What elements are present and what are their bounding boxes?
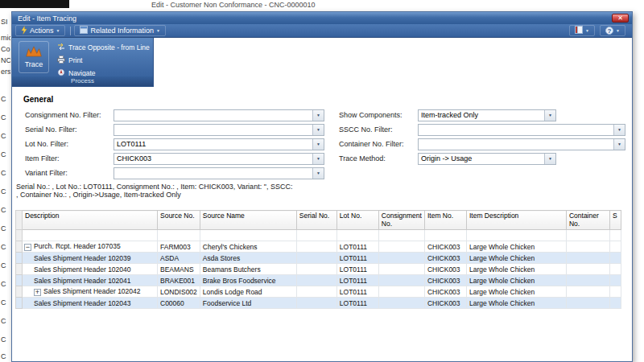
help-icon: ?: [605, 27, 613, 35]
cell-description: Sales Shipment Header 102043: [23, 298, 158, 309]
trace-method-combo[interactable]: Origin -> Usage▼: [418, 153, 556, 165]
window-title: Edit - Item Tracing: [15, 14, 612, 23]
chevron-down-icon[interactable]: ▼: [312, 110, 324, 121]
cell-lot-no: LOT0111: [336, 253, 378, 264]
cell-extra: [609, 264, 621, 275]
cell-extra: [609, 298, 621, 309]
chevron-down-icon[interactable]: ▼: [544, 154, 555, 164]
row-selector-gutter[interactable]: [16, 298, 23, 309]
view-options-menu[interactable]: ▼: [569, 25, 595, 36]
trace-opposite-button[interactable]: Trace Opposite - from Line: [57, 43, 150, 52]
menu-separator: [70, 27, 71, 35]
table-row[interactable]: Sales Shipment Header 102040BEAMANSBeama…: [16, 264, 621, 275]
cell-serial-no: [296, 264, 336, 275]
item-filter-label: Item Filter:: [25, 153, 112, 165]
column-header-source-name[interactable]: Source Name: [200, 211, 296, 230]
trace-opposite-label: Trace Opposite - from Line: [68, 43, 150, 51]
cell-source-name: Londis Lodge Road: [200, 286, 296, 298]
chevron-down-icon[interactable]: ▼: [312, 168, 324, 179]
row-selector-gutter[interactable]: [16, 230, 23, 241]
table-row[interactable]: Sales Shipment Header 102041BRAKE001Brak…: [16, 275, 621, 286]
show-components-label: Show Components:: [339, 109, 416, 121]
column-header-lot-no-[interactable]: Lot No.: [336, 211, 378, 230]
cell-description: Sales Shipment Header 102040: [23, 264, 158, 275]
table-row[interactable]: Sales Shipment Header 102043C00060Foodse…: [16, 298, 621, 309]
chevron-down-icon[interactable]: ▼: [613, 125, 625, 135]
row-selector-gutter[interactable]: [16, 241, 23, 253]
close-button[interactable]: ✕: [612, 14, 629, 23]
cell-source-name: Brake Bros Foodservice: [200, 275, 296, 286]
background-text-fragment: NCs: [1, 56, 10, 64]
cell-lot-no: LOT0111: [336, 286, 378, 298]
menubar-right-tools: ▼ ? ▼: [569, 25, 629, 36]
column-header-item-description[interactable]: Item Description: [466, 211, 566, 230]
variant-filter-label: Variant Filter:: [25, 167, 112, 179]
cell-serial-no: [296, 253, 336, 264]
table-header-row: DescriptionSource No.Source NameSerial N…: [16, 211, 621, 230]
sscc-no-filter-label: SSCC No. Filter:: [339, 124, 416, 136]
chevron-down-icon[interactable]: ▼: [613, 139, 625, 150]
lot-no-filter-label: Lot No. Filter:: [25, 138, 112, 150]
column-header-description[interactable]: Description: [23, 211, 158, 230]
row-selector-gutter[interactable]: [16, 286, 23, 298]
cell-serial-no: [296, 241, 336, 253]
actions-menu[interactable]: Actions ▼: [15, 25, 65, 36]
trace-button[interactable]: Trace: [19, 41, 49, 73]
cell-item-description: Large Whole Chicken: [466, 241, 566, 253]
background-text-fragment: C: [1, 150, 6, 158]
chevron-down-icon: ▼: [156, 28, 160, 33]
background-text-fragment: C: [1, 224, 6, 232]
chevron-down-icon[interactable]: ▼: [312, 139, 324, 150]
serial-no-filter-combo[interactable]: ▼: [114, 124, 324, 136]
cell-source-name: [200, 230, 296, 241]
container-no-filter-combo[interactable]: ▼: [418, 138, 625, 150]
background-text-fragment: C: [1, 187, 6, 195]
cell-item-no: CHICK003: [424, 253, 466, 264]
column-header-item-no-[interactable]: Item No.: [424, 211, 466, 230]
table-row[interactable]: +Sales Shipment Header 102042LONDIS002Lo…: [16, 286, 621, 298]
column-header-consignment-no-[interactable]: Consignment No.: [378, 211, 424, 230]
lot-no-filter-combo[interactable]: LOT0111▼: [114, 138, 324, 150]
row-selector-gutter[interactable]: [16, 253, 23, 264]
background-text-fragment: mics: [1, 34, 10, 42]
sscc-no-filter-combo[interactable]: ▼: [418, 124, 625, 136]
container-no-filter-label: Container No. Filter:: [339, 138, 416, 150]
cell-item-description: Large Whole Chicken: [466, 286, 566, 298]
close-icon: ✕: [617, 14, 623, 22]
related-information-menu[interactable]: Related Information ▼: [74, 25, 166, 36]
section-general[interactable]: General: [23, 95, 53, 104]
chevron-down-icon[interactable]: ▼: [544, 110, 555, 121]
table-row[interactable]: [16, 230, 621, 241]
container-no-filter-value: [419, 139, 613, 150]
chevron-down-icon[interactable]: ▼: [312, 125, 324, 135]
cell-consignment-no: [378, 253, 424, 264]
expand-toggle-icon[interactable]: +: [34, 289, 41, 296]
column-header-s[interactable]: S: [609, 211, 621, 230]
variant-filter-combo[interactable]: ▼: [114, 167, 324, 179]
parent-window-title: Edit - Customer Non Conformance - CNC-00…: [151, 1, 316, 9]
row-selector-gutter[interactable]: [16, 275, 23, 286]
chevron-down-icon[interactable]: ▼: [312, 154, 324, 164]
column-header-source-no-[interactable]: Source No.: [158, 211, 200, 230]
collapse-toggle-icon[interactable]: −: [24, 244, 31, 251]
row-selector-gutter[interactable]: [16, 264, 23, 275]
background-text-fragment: ers: [1, 68, 10, 76]
title-bar[interactable]: Edit - Item Tracing ✕: [12, 12, 632, 24]
item-filter-combo[interactable]: CHICK003▼: [114, 153, 324, 165]
cell-consignment-no: [378, 275, 424, 286]
table-row[interactable]: Sales Shipment Header 102039ASDAAsda Sto…: [16, 253, 621, 264]
background-text-fragment: C: [1, 243, 6, 251]
show-components-combo[interactable]: Item-tracked Only▼: [418, 109, 556, 121]
help-menu[interactable]: ? ▼: [600, 25, 625, 36]
cell-item-no: CHICK003: [424, 241, 466, 253]
cell-consignment-no: [378, 286, 424, 298]
table-row[interactable]: −Purch. Rcpt. Header 107035FARM003Cheryl…: [16, 241, 621, 253]
consignment-no-filter-combo[interactable]: ▼: [114, 109, 324, 121]
serial-no-filter-value: [114, 125, 312, 135]
chevron-down-icon: ▼: [585, 28, 589, 33]
trace-grid: DescriptionSource No.Source NameSerial N…: [15, 210, 621, 309]
column-header-serial-no-[interactable]: Serial No.: [296, 211, 336, 230]
print-button[interactable]: Print: [57, 56, 150, 65]
column-header-container-no-[interactable]: Container No.: [566, 211, 609, 230]
background-text-fragment: C: [1, 95, 6, 103]
